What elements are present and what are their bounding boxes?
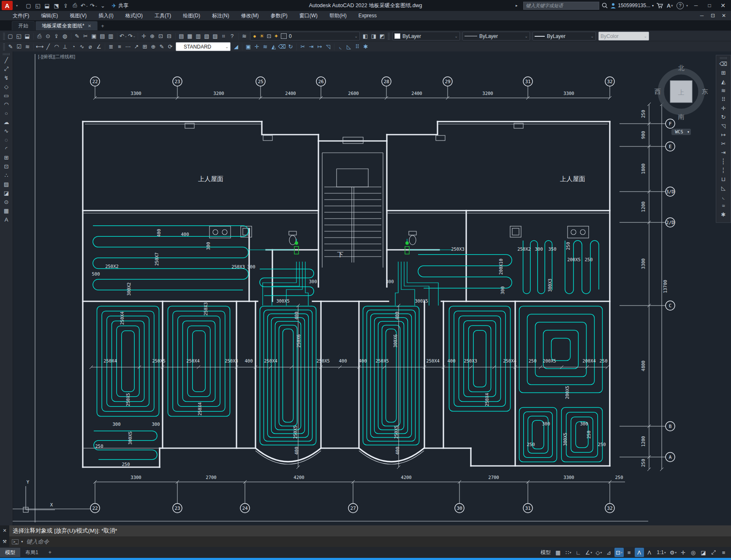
menu-item[interactable]: 编辑(E) bbox=[35, 11, 64, 20]
spline-tool-icon[interactable]: ∿ bbox=[1, 127, 11, 135]
ellipse-arc-tool-icon[interactable]: ◜ bbox=[1, 144, 11, 153]
zoom-window-icon[interactable]: ⊡ bbox=[157, 32, 165, 41]
annotation-visibility-icon[interactable]: Λ bbox=[635, 548, 644, 557]
quick-select-icon[interactable]: ☑ bbox=[15, 43, 23, 51]
construction-line-tool-icon[interactable]: ⤢ bbox=[1, 65, 11, 73]
doc-minimize-button[interactable]: ─ bbox=[696, 11, 707, 20]
ellipse-tool-icon[interactable]: ◌ bbox=[1, 135, 11, 144]
layer-control-dropdown[interactable]: ● ☀ ⊡ ✦ 0 ⌄ bbox=[250, 32, 360, 41]
move-icon[interactable]: ✛ bbox=[253, 43, 261, 51]
pan-icon[interactable]: ✛ bbox=[140, 32, 148, 41]
model-space-toggle[interactable]: 模型 bbox=[539, 548, 553, 557]
revision-cloud-tool-icon[interactable]: ☁ bbox=[1, 118, 11, 126]
menu-item[interactable]: 帮助(H) bbox=[323, 11, 353, 20]
markup-icon[interactable]: ▨ bbox=[211, 32, 220, 41]
export-icon[interactable]: ⇪ bbox=[62, 1, 70, 10]
toolbar-grip[interactable] bbox=[3, 43, 5, 50]
new-tab-button[interactable]: + bbox=[98, 22, 107, 30]
quick-dimension-icon[interactable]: ≣ bbox=[107, 43, 115, 51]
make-object-layer-current-icon[interactable]: ◧ bbox=[361, 32, 370, 41]
search-input[interactable] bbox=[523, 2, 599, 10]
create-block-tool-icon[interactable]: ⊡ bbox=[1, 162, 11, 170]
paste-icon[interactable]: ▤ bbox=[98, 32, 107, 41]
copy-tool-icon[interactable]: ⊞ bbox=[718, 68, 728, 77]
layer-translator-icon[interactable]: ≋ bbox=[23, 43, 32, 51]
tab-start[interactable]: 开始 bbox=[12, 21, 35, 30]
rectangle-tool-icon[interactable]: ▭ bbox=[1, 91, 11, 100]
match-properties-icon[interactable]: ✎ bbox=[73, 32, 82, 41]
doc-close-button[interactable]: ✕ bbox=[718, 11, 729, 20]
workspace-switching-icon[interactable]: ⚙▾ bbox=[668, 548, 678, 557]
table-tool-icon[interactable]: ▦ bbox=[1, 206, 11, 215]
layer-plot-icon[interactable]: ⊡ bbox=[266, 32, 272, 41]
blend-curves-tool-icon[interactable]: ≈ bbox=[718, 201, 728, 210]
join-tool-icon[interactable]: ⊔ bbox=[718, 175, 728, 183]
dim-ordinate-icon[interactable]: ⊥ bbox=[61, 43, 69, 51]
stretch-icon[interactable]: ↦ bbox=[315, 43, 324, 51]
stretch-tool-icon[interactable]: ↦ bbox=[718, 130, 728, 139]
copy-objects-icon[interactable]: ▣ bbox=[244, 43, 253, 51]
scale-tool-icon[interactable]: ◹ bbox=[718, 122, 728, 130]
object-snap-tracking-icon[interactable]: ⊿ bbox=[604, 548, 614, 557]
print-icon[interactable]: ⎙ bbox=[71, 1, 79, 10]
graphics-performance-icon[interactable]: ◪ bbox=[699, 548, 708, 557]
command-tools-icon[interactable]: ⚒ bbox=[3, 539, 7, 544]
layout-tab-layout1[interactable]: 布局1 bbox=[20, 548, 43, 557]
menu-item[interactable]: 插入(I) bbox=[92, 11, 119, 20]
explode-icon[interactable]: ✱ bbox=[361, 43, 370, 51]
cut-icon[interactable]: ✂ bbox=[82, 32, 90, 41]
trim-tool-icon[interactable]: ✂ bbox=[718, 139, 728, 148]
maximize-button[interactable]: □ bbox=[704, 1, 715, 10]
multiline-text-tool-icon[interactable]: A bbox=[1, 215, 11, 224]
plot-icon[interactable]: ⎙ bbox=[35, 32, 44, 41]
dim-edit-icon[interactable]: ✎ bbox=[158, 43, 166, 51]
annotation-monitor-icon[interactable]: ✛ bbox=[679, 548, 688, 557]
zoom-previous-icon[interactable]: ⊟ bbox=[165, 32, 174, 41]
command-prompt-icon[interactable]: >_ bbox=[12, 539, 19, 544]
command-recent-caret-icon[interactable]: ▾ bbox=[21, 540, 23, 544]
menu-item[interactable]: 修改(M) bbox=[235, 11, 265, 20]
polygon-tool-icon[interactable]: ◇ bbox=[1, 82, 11, 91]
hatch-tool-icon[interactable]: ▨ bbox=[1, 180, 11, 188]
command-input[interactable] bbox=[25, 538, 731, 545]
layer-states-icon[interactable]: ◩ bbox=[378, 32, 386, 41]
copy-icon[interactable]: ▣ bbox=[90, 32, 98, 41]
help-icon[interactable]: ? bbox=[677, 2, 684, 9]
autoscale-icon[interactable]: Λ bbox=[645, 548, 654, 557]
erase-icon[interactable]: ⌫ bbox=[278, 43, 286, 51]
arc-tool-icon[interactable]: ◠ bbox=[1, 100, 11, 108]
polar-tracking-icon[interactable]: ∠▾ bbox=[584, 548, 593, 557]
lineweight-control-dropdown[interactable]: ByLayer ⌄ bbox=[533, 32, 596, 41]
array-icon[interactable]: ⠿ bbox=[353, 43, 361, 51]
menu-item[interactable]: 绘图(D) bbox=[177, 11, 206, 20]
new-file-icon[interactable]: ▢ bbox=[24, 1, 33, 10]
dim-diameter-icon[interactable]: ⌀ bbox=[86, 43, 95, 51]
point-tool-icon[interactable]: ∴ bbox=[1, 171, 11, 179]
tab-current-drawing[interactable]: 地板采暖全套图纸*✕ bbox=[35, 21, 98, 30]
mirror-tool-icon[interactable]: ◭ bbox=[718, 77, 728, 86]
signed-in-user[interactable]: 1505999135...▾ bbox=[610, 3, 654, 8]
menu-item[interactable]: 文件(F) bbox=[7, 11, 35, 20]
center-mark-icon[interactable]: ⊕ bbox=[149, 43, 158, 51]
tolerance-icon[interactable]: ⊞ bbox=[141, 43, 149, 51]
mirror-icon[interactable]: ◭ bbox=[269, 43, 278, 51]
dim-update-icon[interactable]: ⟳ bbox=[166, 43, 174, 51]
app-menu-caret-icon[interactable]: ▾ bbox=[13, 1, 21, 10]
isolate-objects-icon[interactable]: ◎ bbox=[689, 548, 698, 557]
open-file-icon[interactable]: ◱ bbox=[15, 32, 23, 41]
search-expand-icon[interactable]: ▸ bbox=[512, 1, 521, 10]
extend-tool-icon[interactable]: ⇥ bbox=[718, 148, 728, 157]
layer-dropdown-caret-icon[interactable]: ⌄ bbox=[354, 34, 358, 38]
line-tool-icon[interactable]: ╱ bbox=[1, 56, 11, 64]
scale-icon[interactable]: ◹ bbox=[324, 43, 332, 51]
plot-preview-icon[interactable]: ⊙ bbox=[44, 32, 52, 41]
tab-close-icon[interactable]: ✕ bbox=[88, 24, 91, 28]
dim-aligned-icon[interactable]: ╱ bbox=[44, 43, 52, 51]
layer-properties-icon[interactable]: ≋ bbox=[240, 32, 249, 41]
quickcalc-icon[interactable]: ⌗ bbox=[220, 32, 228, 41]
minimize-button[interactable]: ─ bbox=[690, 1, 701, 10]
share-icon[interactable]: ✈ bbox=[110, 1, 118, 10]
break-at-point-tool-icon[interactable]: ┆ bbox=[718, 157, 728, 165]
redo-icon[interactable]: ↷⌄ bbox=[90, 1, 98, 10]
dim-continue-icon[interactable]: ⋯ bbox=[124, 43, 132, 51]
